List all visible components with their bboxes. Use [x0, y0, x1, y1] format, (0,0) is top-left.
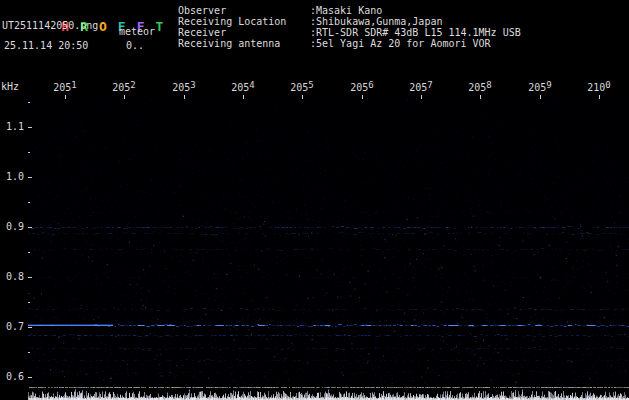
y-axis-label: 0.9	[0, 221, 24, 232]
station-info-row: Observer:Masaki Kano	[178, 5, 521, 16]
info-label-antenna: Receiving antenna	[178, 38, 310, 49]
x-axis-label: 2100	[587, 80, 610, 93]
frame-counter: 0..	[126, 40, 144, 51]
station-info-row: Receiving Location:Shibukawa,Gunma,Japan	[178, 16, 521, 27]
station-info-row: Receiver:RTL-SDR SDR# 43dB L15 114.1MHz …	[178, 27, 521, 38]
logo-letter-t: T	[155, 19, 163, 34]
x-axis-label: 2058	[468, 80, 491, 93]
x-axis-label: 2057	[409, 80, 432, 93]
y-axis-label: 0.6	[0, 371, 24, 382]
x-axis-label: 2051	[53, 80, 76, 93]
y-axis-label: 1.1	[0, 121, 24, 132]
logo-letter-o: O	[99, 19, 107, 34]
y-axis-label: 1.0	[0, 171, 24, 182]
info-label-observer: Observer	[178, 5, 310, 16]
hrofft-output: HROFFT UT2511142050.png meteor 25.11.14 …	[0, 0, 629, 400]
datetime-label: 25.11.14 20:50	[4, 40, 88, 51]
x-axis-label: 2056	[350, 80, 373, 93]
info-value-observer: :Masaki Kano	[310, 5, 382, 16]
mode-label: meteor	[119, 26, 155, 37]
signal-level-canvas	[28, 386, 629, 400]
info-label-receiver: Receiver	[178, 27, 310, 38]
y-axis-label: 0.8	[0, 271, 24, 282]
info-label-location: Receiving Location	[178, 16, 310, 27]
station-info-row: Receiving antenna:5el Yagi Az 20 for Aom…	[178, 38, 521, 49]
y-axis-label: 0.7	[0, 321, 24, 332]
output-filename: UT2511142050.png	[2, 20, 98, 31]
x-axis-label: 2055	[290, 80, 313, 93]
frequency-unit-label: kHz	[1, 81, 19, 92]
spectrogram-canvas	[28, 95, 629, 385]
info-value-antenna: :5el Yagi Az 20 for Aomori VOR	[310, 38, 491, 49]
x-axis-label: 2053	[172, 80, 195, 93]
x-axis-label: 2054	[231, 80, 254, 93]
x-axis-label: 2052	[112, 80, 135, 93]
info-value-receiver: :RTL-SDR SDR# 43dB L15 114.1MHz USB	[310, 27, 521, 38]
station-info: Observer:Masaki Kano Receiving Location:…	[178, 5, 521, 49]
x-axis-label: 2059	[528, 80, 551, 93]
info-value-location: :Shibukawa,Gunma,Japan	[310, 16, 442, 27]
